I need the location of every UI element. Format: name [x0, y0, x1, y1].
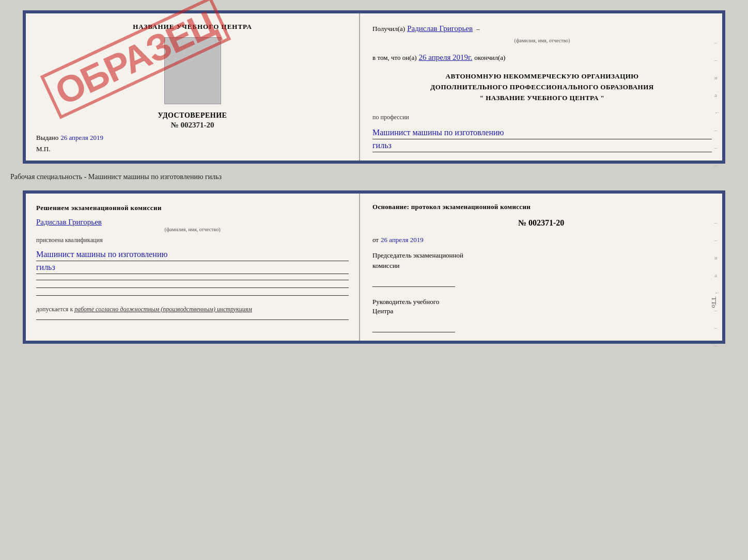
bottom-doc-right: Основание: протокол экзаменационной коми…	[360, 194, 722, 341]
qual-line2: гильз	[36, 261, 349, 274]
bottom-document: Решением экзаменационной комиссии Радисл…	[23, 190, 725, 344]
school-name-top: НАЗВАНИЕ УЧЕБНОГО ЦЕНТРА	[36, 23, 349, 31]
org-block: АВТОНОМНУЮ НЕКОММЕРЧЕСКУЮ ОРГАНИЗАЦИЮ ДО…	[372, 71, 712, 103]
vtom-date: 26 апреля 2019г.	[419, 52, 473, 63]
rukovoditel-line2: Центра	[372, 307, 710, 316]
dopuskaetsya-prefix: допускается к	[36, 306, 73, 313]
divider1	[36, 280, 349, 280]
osnovanie-header: Основание: протокол экзаменационной коми…	[372, 203, 710, 211]
komissia-header: Решением экзаменационной комиссии	[36, 203, 349, 213]
prisvoena-label: присвоена квалификация	[36, 236, 349, 244]
dash1: –	[475, 24, 480, 34]
rukovoditel-line1: Руководитель учебного	[372, 297, 710, 307]
rukovoditel-sign-line	[372, 322, 455, 332]
fio-bottom: Радислав Григорьев (фамилия, имя, отчест…	[36, 217, 349, 232]
predsedatel-sign-line	[372, 277, 455, 287]
separator-label: Рабочая специальность - Машинист машины …	[10, 173, 222, 181]
qualification-block: Машинист машины по изготовлению гильз	[36, 248, 349, 274]
top-doc-left: НАЗВАНИЕ УЧЕБНОГО ЦЕНТРА УДОСТОВЕРЕНИЕ №…	[26, 13, 360, 161]
protocol-number: № 002371-20	[372, 218, 710, 228]
org-line1: АВТОНОМНУЮ НЕКОММЕРЧЕСКУЮ ОРГАНИЗАЦИЮ	[372, 71, 712, 82]
okonchil: окончил(а)	[474, 53, 505, 63]
vydano-date: 26 апреля 2019	[60, 134, 103, 142]
tto-label: TTo	[710, 297, 718, 308]
profession-line1: Машинист машины по изготовлению	[372, 126, 712, 139]
fio-value-top: Радислав Григорьев	[407, 23, 473, 35]
ot-date-value: 26 апреля 2019	[381, 236, 424, 244]
fio-value-bottom: Радислав Григорьев	[36, 218, 102, 226]
rabota-text: работе согласно должностным (производств…	[74, 306, 252, 313]
divider3	[36, 295, 349, 296]
top-doc-right: Получил(а) Радислав Григорьев – (фамилия…	[360, 13, 722, 161]
vydano-label: Выдано	[36, 134, 58, 142]
divider4	[36, 319, 349, 320]
poluchil-row: Получил(а) Радислав Григорьев –	[372, 23, 712, 35]
bottom-doc-left: Решением экзаменационной комиссии Радисл…	[26, 194, 360, 341]
ot-label: от	[372, 236, 379, 244]
org-line2: ДОПОЛНИТЕЛЬНОГО ПРОФЕССИОНАЛЬНОГО ОБРАЗО…	[372, 82, 712, 93]
org-quote: " НАЗВАНИЕ УЧЕБНОГО ЦЕНТРА "	[372, 93, 712, 104]
rukovoditel-label: Руководитель учебного Центра	[372, 297, 710, 316]
qual-line1: Машинист машины по изготовлению	[36, 248, 349, 261]
predsedatel-line1: Председатель экзаменационной	[372, 250, 710, 261]
po-professii-label: по профессии	[372, 114, 712, 121]
predsedatel-label: Председатель экзаменационной комиссии	[372, 250, 710, 270]
vtom-row: в том, что он(а) 26 апреля 2019г. окончи…	[372, 52, 712, 63]
side-deco-bottom: – – и а ← – – –	[714, 219, 720, 348]
cert-number: № 002371-20	[36, 121, 349, 130]
vtom-prefix: в том, что он(а)	[372, 53, 417, 63]
mp-label: М.П.	[36, 145, 349, 153]
side-deco: – – и а ← – – –	[714, 39, 720, 168]
fio-hint-top: (фамилия, имя, отчество)	[372, 38, 712, 43]
divider2	[36, 287, 349, 288]
dopuskaetsya-row: допускается к работе согласно должностны…	[36, 306, 349, 313]
predsedatel-line2: комиссии	[372, 261, 710, 271]
poluchil-label: Получил(а)	[372, 24, 405, 34]
cert-info: УДОСТОВЕРЕНИЕ № 002371-20	[36, 111, 349, 131]
ot-date-row: от 26 апреля 2019	[372, 236, 710, 244]
fio-hint-bottom: (фамилия, имя, отчество)	[36, 227, 349, 232]
cert-title: УДОСТОВЕРЕНИЕ	[36, 111, 349, 120]
top-document: НАЗВАНИЕ УЧЕБНОГО ЦЕНТРА УДОСТОВЕРЕНИЕ №…	[23, 10, 725, 164]
profession-line2: гильз	[372, 139, 712, 152]
vydano-row: Выдано 26 апреля 2019	[36, 134, 349, 142]
photo-placeholder	[164, 37, 221, 104]
